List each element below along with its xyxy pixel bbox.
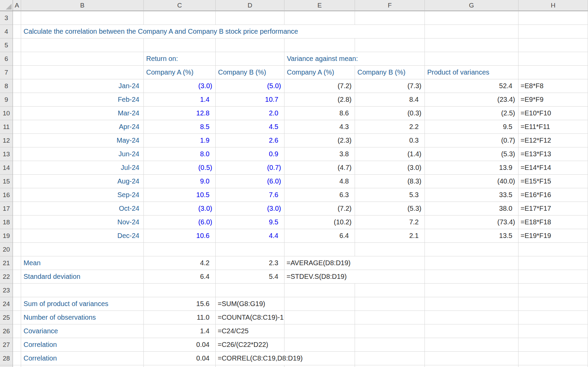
row-header-18[interactable]: 18 xyxy=(0,216,13,229)
cell-H15[interactable]: =E15*F15 xyxy=(519,175,588,188)
cell-H28[interactable] xyxy=(519,352,588,365)
cell-C29[interactable] xyxy=(144,365,216,367)
cell-E11[interactable]: 4.3 xyxy=(284,120,355,134)
cell-C17[interactable]: (3.0) xyxy=(144,202,216,216)
row-header-11[interactable]: 11 xyxy=(0,120,13,134)
column-header-D[interactable]: D xyxy=(216,0,284,11)
cell-D20[interactable] xyxy=(216,243,284,256)
cell-D5[interactable] xyxy=(216,38,284,52)
cell-B14[interactable]: Jul-24 xyxy=(21,161,144,175)
cell-C6[interactable]: Return on: xyxy=(144,52,216,66)
cell-D24[interactable]: =SUM(G8:G19) xyxy=(216,297,284,311)
cell-D7[interactable]: Company B (%) xyxy=(216,66,284,79)
cell-E16[interactable]: 6.3 xyxy=(284,188,355,202)
cell-G19[interactable]: 13.5 xyxy=(425,229,519,243)
row-header-29[interactable] xyxy=(0,365,13,367)
cell-F11[interactable]: 2.2 xyxy=(355,120,425,134)
cell-A10[interactable] xyxy=(13,107,21,120)
cell-G6[interactable] xyxy=(425,52,519,66)
cell-G13[interactable]: (5.3) xyxy=(425,147,519,161)
cell-E17[interactable]: (7.2) xyxy=(284,202,355,216)
cell-G18[interactable]: (73.4) xyxy=(425,216,519,229)
cell-D15[interactable]: (6.0) xyxy=(216,175,284,188)
cell-C24[interactable]: 15.6 xyxy=(144,297,216,311)
cell-H6[interactable] xyxy=(519,52,588,66)
cell-H9[interactable]: =E9*F9 xyxy=(519,93,588,107)
row-header-25[interactable]: 25 xyxy=(0,311,13,324)
cell-H3[interactable] xyxy=(519,11,588,25)
cell-H24[interactable] xyxy=(519,297,588,311)
cell-H12[interactable]: =E12*F12 xyxy=(519,134,588,147)
cell-E24[interactable] xyxy=(284,297,355,311)
column-header-E[interactable]: E xyxy=(284,0,355,11)
cell-B26[interactable]: Covariance xyxy=(21,324,144,338)
cell-A12[interactable] xyxy=(13,134,21,147)
cell-G3[interactable] xyxy=(425,11,519,25)
cell-E29[interactable] xyxy=(284,365,355,367)
cell-C27[interactable]: 0.04 xyxy=(144,338,216,352)
cell-H29[interactable] xyxy=(519,365,588,367)
row-header-21[interactable]: 21 xyxy=(0,256,13,270)
cell-G25[interactable] xyxy=(425,311,519,324)
cell-B22[interactable]: Standard deviation xyxy=(21,270,144,284)
cell-A27[interactable] xyxy=(13,338,21,352)
cell-G5[interactable] xyxy=(425,38,519,52)
cell-B16[interactable]: Sep-24 xyxy=(21,188,144,202)
cell-C21[interactable]: 4.2 xyxy=(144,256,216,270)
cell-D18[interactable]: 9.5 xyxy=(216,216,284,229)
cell-A19[interactable] xyxy=(13,229,21,243)
row-header-28[interactable]: 28 xyxy=(0,352,13,365)
cell-G29[interactable] xyxy=(425,365,519,367)
cell-B10[interactable]: Mar-24 xyxy=(21,107,144,120)
cell-G11[interactable]: 9.5 xyxy=(425,120,519,134)
cell-B27[interactable]: Correlation xyxy=(21,338,144,352)
cell-D3[interactable] xyxy=(216,11,284,25)
cell-F14[interactable]: (3.0) xyxy=(355,161,425,175)
cell-B17[interactable]: Oct-24 xyxy=(21,202,144,216)
cell-B11[interactable]: Apr-24 xyxy=(21,120,144,134)
cell-A20[interactable] xyxy=(13,243,21,256)
cell-E22[interactable]: =STDEV.S(D8:D19) xyxy=(284,270,425,284)
cell-G16[interactable]: 33.5 xyxy=(425,188,519,202)
cell-B23[interactable] xyxy=(21,284,144,297)
cell-D27[interactable]: =C26/(C22*D22) xyxy=(216,338,284,352)
cell-H23[interactable] xyxy=(519,284,588,297)
cell-B19[interactable]: Dec-24 xyxy=(21,229,144,243)
cell-C10[interactable]: 12.8 xyxy=(144,107,216,120)
cell-A28[interactable] xyxy=(13,352,21,365)
cell-G21[interactable] xyxy=(425,256,519,270)
row-header-10[interactable]: 10 xyxy=(0,107,13,120)
cell-A6[interactable] xyxy=(13,52,21,66)
cell-H22[interactable] xyxy=(519,270,588,284)
cell-E6[interactable]: Variance against mean: xyxy=(284,52,425,66)
cell-D19[interactable]: 4.4 xyxy=(216,229,284,243)
cell-A26[interactable] xyxy=(13,324,21,338)
cell-C3[interactable] xyxy=(144,11,216,25)
cell-F29[interactable] xyxy=(355,365,425,367)
row-header-8[interactable]: 8 xyxy=(0,79,13,93)
cell-F20[interactable] xyxy=(355,243,425,256)
cell-C14[interactable]: (0.5) xyxy=(144,161,216,175)
cell-D14[interactable]: (0.7) xyxy=(216,161,284,175)
cell-D6[interactable] xyxy=(216,52,284,66)
cell-C28[interactable]: 0.04 xyxy=(144,352,216,365)
cell-G24[interactable] xyxy=(425,297,519,311)
cell-G15[interactable]: (40.0) xyxy=(425,175,519,188)
cell-C8[interactable]: (3.0) xyxy=(144,79,216,93)
cell-A18[interactable] xyxy=(13,216,21,229)
cell-B28[interactable]: Correlation xyxy=(21,352,144,365)
cell-A4[interactable] xyxy=(13,25,21,38)
cell-C12[interactable]: 1.9 xyxy=(144,134,216,147)
cell-C16[interactable]: 10.5 xyxy=(144,188,216,202)
cell-F25[interactable] xyxy=(355,311,425,324)
cell-B13[interactable]: Jun-24 xyxy=(21,147,144,161)
cell-G4[interactable] xyxy=(425,25,519,38)
cell-D11[interactable]: 4.5 xyxy=(216,120,284,134)
cell-D26[interactable]: =C24/C25 xyxy=(216,324,284,338)
cell-B20[interactable] xyxy=(21,243,144,256)
cell-E12[interactable]: (2.3) xyxy=(284,134,355,147)
cell-E19[interactable]: 6.4 xyxy=(284,229,355,243)
cell-E7[interactable]: Company A (%) xyxy=(284,66,355,79)
cell-H21[interactable] xyxy=(519,256,588,270)
cell-G14[interactable]: 13.9 xyxy=(425,161,519,175)
